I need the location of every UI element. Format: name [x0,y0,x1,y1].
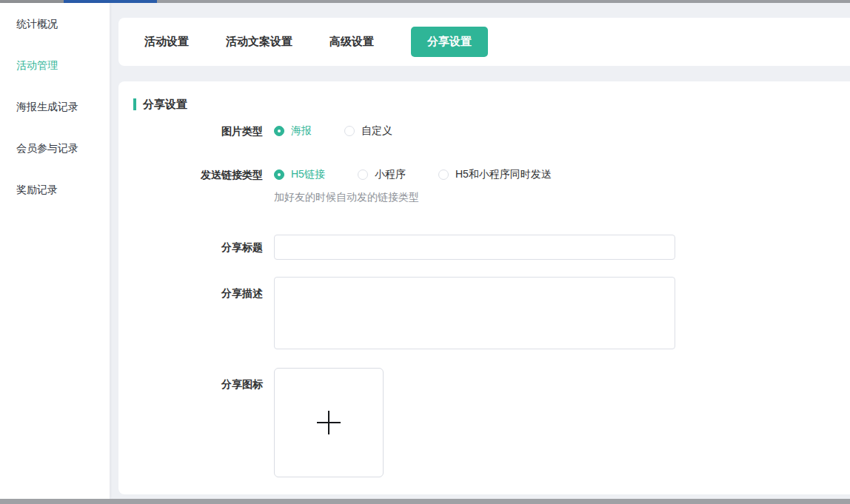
radio-h5-link[interactable]: H5链接 [274,168,325,181]
sidebar: 统计概况 活动管理 海报生成记录 会员参与记录 奖励记录 [0,3,110,499]
tab-activity-settings[interactable]: 活动设置 [144,35,189,49]
share-icon-upload-button[interactable] [274,368,384,477]
tab-activity-copy-settings[interactable]: 活动文案设置 [226,35,292,49]
share-title-input[interactable] [274,235,675,260]
share-desc-textarea[interactable] [274,277,675,349]
radio-poster[interactable]: 海报 [274,124,312,138]
image-type-row: 图片类型 海报 自定义 [133,124,850,138]
radio-unselected-icon [438,169,449,180]
tab-advanced-settings[interactable]: 高级设置 [329,35,374,49]
share-settings-panel: 分享设置 图片类型 海报 自定义 发送链接类型 H [118,81,850,494]
sidebar-item-activity-management[interactable]: 活动管理 [0,44,110,86]
link-type-radio-group: H5链接 小程序 H5和小程序同时发送 [274,168,584,181]
radio-selected-icon [274,169,284,180]
browser-bottom-strip [0,499,850,504]
section-title: 分享设置 [143,98,187,112]
radio-custom-label: 自定义 [361,124,392,138]
share-desc-row: 分享描述 [133,277,850,349]
radio-h5-and-mini-program[interactable]: H5和小程序同时发送 [438,168,552,181]
tab-share-settings[interactable]: 分享设置 [411,27,488,57]
radio-h5-and-mini-program-label: H5和小程序同时发送 [455,168,552,181]
share-settings-form: 图片类型 海报 自定义 发送链接类型 H5链接 [133,124,850,477]
radio-unselected-icon [344,126,355,136]
share-title-row: 分享标题 [133,235,850,260]
image-type-radio-group: 海报 自定义 [274,124,425,138]
sidebar-item-reward-records[interactable]: 奖励记录 [0,169,110,210]
radio-mini-program[interactable]: 小程序 [358,168,406,181]
sidebar-item-poster-records[interactable]: 海报生成记录 [0,86,110,127]
link-type-label: 发送链接类型 [133,167,263,182]
link-type-hint: 加好友的时候自动发的链接类型 [274,191,850,204]
section-header: 分享设置 [133,98,850,111]
settings-tab-bar: 活动设置 活动文案设置 高级设置 分享设置 [118,18,850,66]
share-icon-row: 分享图标 [133,368,850,477]
radio-mini-program-label: 小程序 [375,168,406,181]
browser-top-strip [0,0,850,3]
radio-unselected-icon [358,169,368,180]
share-icon-label: 分享图标 [133,368,263,392]
share-title-label: 分享标题 [133,240,263,255]
sidebar-item-member-participation[interactable]: 会员参与记录 [0,127,110,169]
radio-custom[interactable]: 自定义 [344,124,392,138]
radio-poster-label: 海报 [291,124,312,138]
image-type-label: 图片类型 [133,124,263,138]
link-type-row: 发送链接类型 H5链接 小程序 H5和小程序同时发送 [133,167,850,182]
section-accent-bar [133,98,136,110]
share-desc-label: 分享描述 [133,277,263,300]
plus-icon [317,411,341,434]
sidebar-item-stats-overview[interactable]: 统计概况 [0,3,110,44]
radio-selected-icon [274,126,284,136]
radio-h5-link-label: H5链接 [291,168,325,181]
